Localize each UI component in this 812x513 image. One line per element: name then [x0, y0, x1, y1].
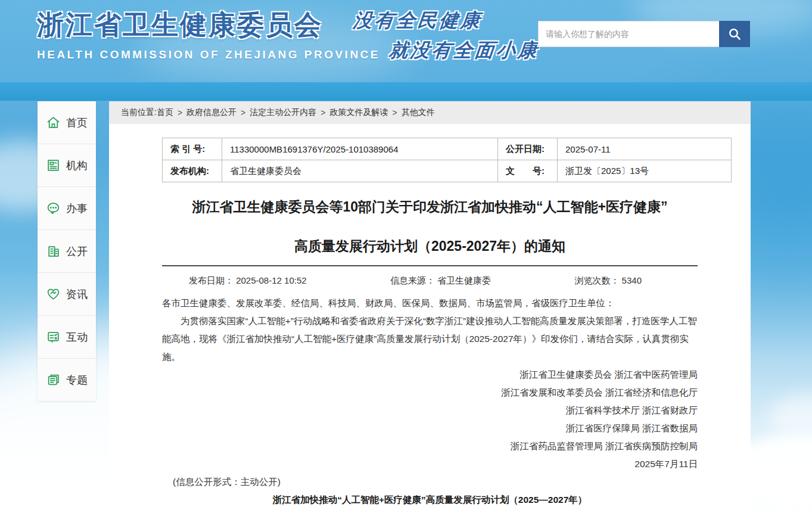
table-row: 发布机构: 省卫生健康委员会 文 号: 浙卫发〔2025〕13号: [163, 160, 732, 182]
sidebar-item-label: 公开: [66, 244, 88, 259]
sidebar-item-label: 首页: [66, 116, 88, 130]
title-line-2: 高质量发展行动计划（2025-2027年）的通知: [162, 237, 698, 256]
signature-date: 2025年7月11日: [162, 455, 698, 473]
doc-number-value: 浙卫发〔2025〕13号: [558, 160, 732, 182]
sidebar-item-label: 专题: [66, 373, 88, 387]
search-input[interactable]: [538, 21, 719, 47]
site-title-chinese: 浙江省卫生健康委员会: [37, 7, 380, 43]
meta-publish-date: 发布日期： 2025-08-12 10:52: [189, 275, 307, 287]
title-line-1: 浙江省卫生健康委员会等10部门关于印发浙江省加快推动“人工智能+医疗健康”: [162, 198, 698, 216]
sidebar-item-label: 办事: [66, 201, 88, 216]
document-info-table: 索 引 号: 11330000MB1691376Y/2025-101038906…: [162, 138, 732, 182]
issuing-agency-value: 省卫生健康委员会: [222, 160, 498, 182]
cloud-decoration: [769, 393, 812, 441]
breadcrumb-item-statutory[interactable]: 法定主动公开内容: [250, 107, 316, 118]
sidebar-nav: 首页 机构 办事: [38, 101, 96, 401]
health-slogan: 没有全民健康 就没有全面小康: [353, 8, 539, 64]
page-root: 浙江省卫生健康委员会 HEALTH COMMISSION OF ZHEJIANG…: [0, 0, 812, 513]
search-button[interactable]: [719, 21, 750, 47]
disclosure-note: (信息公开形式：主动公开): [162, 473, 698, 491]
breadcrumb-item-other-docs[interactable]: 其他文件: [402, 107, 435, 118]
signature-line: 浙江省药品监督管理局 浙江省疾病预防控制局: [162, 437, 698, 455]
article-meta: 发布日期： 2025-08-12 10:52 信息来源： 省卫生健康委 浏览次数…: [162, 275, 698, 287]
sidebar-item-services[interactable]: 办事: [38, 187, 96, 230]
title-divider: [162, 265, 698, 266]
breadcrumb-separator: >: [241, 108, 245, 117]
site-logo[interactable]: 浙江省卫生健康委员会 HEALTH COMMISSION OF ZHEJIANG…: [37, 7, 380, 61]
home-icon: [46, 115, 61, 130]
index-number-label: 索 引 号:: [163, 138, 222, 160]
doc-number-label: 文 号:: [498, 160, 558, 182]
sidebar-item-topics[interactable]: 专题: [38, 359, 96, 401]
signature-line: 浙江省卫生健康委员会 浙江省中医药管理局: [162, 366, 698, 384]
page-title: 浙江省卫生健康委员会等10部门关于印发浙江省加快推动“人工智能+医疗健康” 高质…: [162, 198, 698, 256]
article-content: 索 引 号: 11330000MB1691376Y/2025-101038906…: [109, 138, 751, 509]
breadcrumb-prefix: 当前位置:: [121, 107, 157, 118]
sidebar-item-interaction[interactable]: 互动: [38, 316, 96, 359]
site-title-english: HEALTH COMMISSION OF ZHEJIANG PROVINCE: [37, 48, 380, 61]
sidebar-item-home[interactable]: 首页: [38, 101, 96, 144]
signature-line: 浙江省科学技术厅 浙江省财政厅: [162, 402, 698, 419]
index-number-value: 11330000MB1691376Y/2025-1010389064: [222, 138, 498, 160]
service-icon: [46, 201, 61, 216]
content-panel: 当前位置:首页 > 政府信息公开 > 法定主动公开内容 > 政策文件及解读 > …: [109, 101, 751, 513]
signature-line: 浙江省医疗保障局 浙江省数据局: [162, 419, 698, 437]
sidebar-item-label: 资讯: [66, 287, 88, 301]
sidebar-item-news[interactable]: 资讯: [38, 273, 96, 316]
meta-source: 信息来源： 省卫生健康委: [390, 275, 491, 287]
breadcrumb-item-gov-info[interactable]: 政府信息公开: [186, 107, 237, 118]
org-icon: [46, 158, 61, 173]
slogan-line-2: 就没有全面小康: [388, 38, 541, 64]
sidebar-item-label: 互动: [66, 330, 88, 344]
breadcrumb-separator: >: [178, 108, 182, 117]
topics-icon: [46, 372, 61, 387]
paragraph-main: 为贯彻落实国家“人工智能+”行动战略和省委省政府关于深化“数字浙江”建设推动人工…: [162, 312, 698, 366]
issuing-agency-label: 发布机构:: [163, 160, 222, 182]
site-header: 浙江省卫生健康委员会 HEALTH COMMISSION OF ZHEJIANG…: [0, 0, 812, 82]
interact-icon: [46, 329, 61, 344]
paragraph-recipients: 各市卫生健康委、发展改革委、经信局、科技局、财政局、医保局、数据局、市场监管局，…: [162, 294, 698, 312]
search-icon: [727, 27, 742, 41]
sidebar-item-org[interactable]: 机构: [38, 144, 96, 187]
breadcrumb-separator: >: [392, 108, 397, 117]
publish-date-value: 2025-07-11: [558, 138, 732, 160]
sidebar-item-label: 机构: [66, 158, 88, 173]
attachment-title: 浙江省加快推动“人工智能+医疗健康”高质量发展行动计划（2025—2027年）: [162, 491, 698, 509]
signature-line: 浙江省发展和改革委员会 浙江省经济和信息化厅: [162, 384, 698, 402]
news-icon: [46, 287, 61, 301]
breadcrumb: 当前位置:首页 > 政府信息公开 > 法定主动公开内容 > 政策文件及解读 > …: [109, 101, 751, 124]
main-nav-bar: [0, 82, 812, 101]
publish-date-label: 公开日期:: [498, 138, 558, 160]
breadcrumb-item-policy-docs[interactable]: 政策文件及解读: [329, 107, 388, 118]
article-body: 各市卫生健康委、发展改革委、经信局、科技局、财政局、医保局、数据局、市场监管局，…: [162, 294, 698, 366]
meta-view-count: 浏览次数： 5340: [574, 275, 642, 287]
disclosure-icon: [46, 244, 61, 259]
breadcrumb-item-home[interactable]: 首页: [157, 107, 173, 118]
table-row: 索 引 号: 11330000MB1691376Y/2025-101038906…: [163, 138, 732, 160]
sidebar-item-disclosure[interactable]: 公开: [38, 230, 96, 273]
site-search: [538, 21, 750, 47]
breadcrumb-separator: >: [321, 108, 325, 117]
slogan-line-1: 没有全民健康: [352, 8, 541, 34]
